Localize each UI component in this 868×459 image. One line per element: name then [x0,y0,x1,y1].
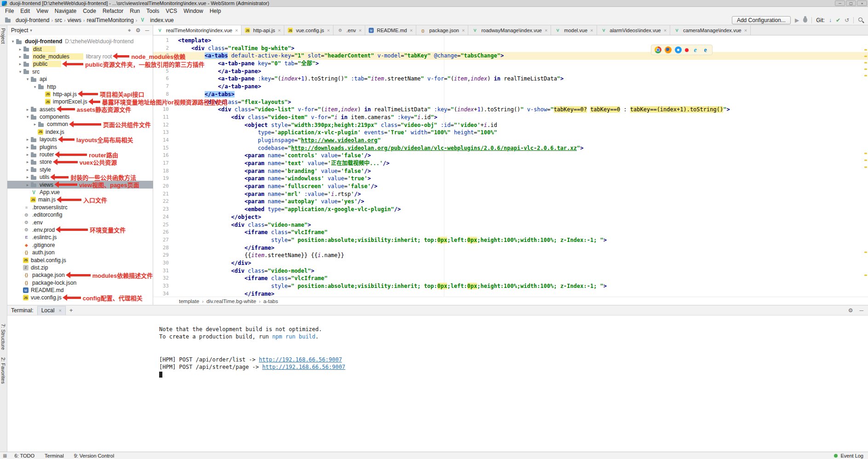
terminal-tab-local[interactable]: Local × [37,306,66,315]
menu-item-view[interactable]: View [33,8,52,14]
tree-item-api[interactable]: ▾api [7,75,153,83]
ie-icon[interactable]: e [692,46,699,53]
chrome-icon[interactable] [655,46,661,53]
close-icon[interactable]: × [744,28,747,33]
editor-tab[interactable]: VcameraManage\index.vue× [670,25,751,35]
editor-tab[interactable]: MREADME.md× [365,25,416,35]
run-icon[interactable]: ▶ [795,17,799,23]
minimize-button[interactable]: ─ [835,0,845,6]
close-icon[interactable]: × [235,28,238,33]
safari-icon[interactable] [675,46,682,53]
close-icon[interactable]: × [590,28,593,33]
breadcrumb-item[interactable]: views [68,17,81,23]
statusbar-item-terminal[interactable]: Terminal [45,453,64,459]
menu-item-navigate[interactable]: Navigate [52,8,80,14]
menu-item-edit[interactable]: Edit [17,8,33,14]
chevron-right-icon[interactable]: ▸ [25,137,30,142]
chevron-right-icon[interactable]: ▸ [25,152,30,157]
close-icon[interactable]: × [664,28,667,33]
tree-item-.gitignore[interactable]: ◆.gitignore [7,241,153,249]
tree-item-common[interactable]: ▸common页面公共组件文件 [7,120,153,128]
tree-item-plugins[interactable]: ▸plugins [7,143,153,150]
tree-item-index.js[interactable]: JSindex.js [7,128,153,136]
statusbar-item-todo[interactable]: 6: TODO [14,453,34,459]
editor-tab[interactable]: ValarmVideos\index.vue× [597,25,671,35]
tree-item-dist.zip[interactable]: Zdist.zip [7,264,153,271]
tool-button-structure[interactable]: 7: Structure [0,324,6,350]
tree-item-babel.config.js[interactable]: JSbabel.config.js [7,256,153,264]
breadcrumb-item[interactable]: realTimeMonitoring [86,17,133,23]
breadcrumb-item[interactable]: src [55,17,62,23]
terminal-output[interactable]: Note that the development build is not o… [7,316,868,452]
editor-tab[interactable]: {}package.json× [416,25,468,35]
tree-item-auth.json[interactable]: {}auth.json [7,249,153,256]
chevron-right-icon[interactable]: ▸ [25,160,30,164]
menu-item-refactor[interactable]: Refactor [99,8,126,14]
tree-item-http[interactable]: ▾http [7,83,153,90]
menu-item-run[interactable]: Run [126,8,143,14]
new-terminal-icon[interactable]: + [69,307,73,314]
tree-item-.editorconfig[interactable]: ⚙.editorconfig [7,211,153,218]
hide-panel-icon[interactable]: ─ [859,307,863,314]
tree-item-store[interactable]: ▸storevuex公共资源 [7,158,153,166]
chevron-right-icon[interactable]: ▸ [32,122,38,126]
error-stripe[interactable] [863,35,868,297]
menu-item-code[interactable]: Code [80,8,99,14]
git-rollback-icon[interactable]: ↺ [845,17,849,23]
event-log-button[interactable]: Event Log [840,453,863,459]
tree-item-package.json[interactable]: {}package.jsonmodules依赖描述文件 [7,271,153,279]
editor-tab[interactable]: JSvue.config.js× [284,25,333,35]
chevron-down-icon[interactable]: ▾ [17,69,23,74]
close-icon[interactable]: × [410,28,413,33]
tree-item-importexcel.js[interactable]: JSimportExcel.js暴露环境变量地址给图片or视频资源路径里使用 [7,98,153,105]
close-button[interactable]: × [857,0,867,6]
close-icon[interactable]: × [58,308,61,313]
tree-item-readme.md[interactable]: MREADME.md [7,287,153,294]
chevron-down-icon[interactable]: ▾ [25,77,30,81]
tree-item-.eslintrc.js[interactable]: E.eslintrc.js [7,234,153,241]
menu-item-window[interactable]: Window [180,8,207,14]
tool-button-project[interactable]: Project [0,28,6,44]
project-tree[interactable]: ▾duoji-frontendD:\zheheWeb\duoji-fronten… [7,35,153,302]
close-icon[interactable]: × [327,28,330,33]
tree-item-duoji-frontend[interactable]: ▾duoji-frontendD:\zheheWeb\duoji-fronten… [7,38,153,45]
chevron-down-icon[interactable]: ▾ [30,28,32,33]
breadcrumb-item[interactable]: div.realTime.bg-white [207,298,256,304]
close-icon[interactable]: × [462,28,465,33]
editor-tab[interactable]: JShttp-api.js× [241,25,284,35]
git-update-icon[interactable]: ↓ [829,17,832,23]
terminal-link[interactable]: http://192.168.66.56:9007 [262,364,345,370]
edge-icon[interactable]: e [702,46,709,53]
editor-surface[interactable]: 1<template>2 <div class="realTime bg-whi… [153,35,868,297]
tree-item-router[interactable]: ▸routerrouter路由 [7,151,153,158]
tree-item-vue.config.js[interactable]: JSvue.config.jsconfig配置、代理相关 [7,294,153,301]
tree-item-layouts[interactable]: ▸layoutslayouts全局布局相关 [7,136,153,143]
close-icon[interactable]: × [359,28,362,33]
tree-item-main.js[interactable]: JSmain.js入口文件 [7,196,153,203]
tree-item-app.vue[interactable]: VApp.vue [7,189,153,196]
chevron-right-icon[interactable]: ▸ [25,145,30,149]
gear-icon[interactable]: ⚙ [848,307,853,314]
tree-item-.browserslistrc[interactable]: ≡.browserslistrc [7,204,153,211]
statusbar-item-versioncontrol[interactable]: 9: Version Control [74,453,114,459]
editor-tab[interactable]: Vmodel.vue× [551,25,597,35]
tree-item-.env[interactable]: ⚙.env [7,218,153,226]
breadcrumb-item[interactable]: a-tabs [263,298,278,304]
debug-icon[interactable] [803,17,807,23]
tree-item-package-lock.json[interactable]: {}package-lock.json [7,279,153,287]
tree-item-public[interactable]: ▸publicpublic资源文件夹，一般放引用的第三方插件 [7,60,153,68]
chevron-right-icon[interactable]: ▸ [25,175,30,179]
search-everywhere-icon[interactable] [858,17,864,23]
project-panel-title[interactable]: Project [11,27,28,34]
maximize-button[interactable]: ▢ [846,0,856,6]
chevron-right-icon[interactable]: ▸ [17,47,23,52]
tree-item-views[interactable]: ▸viewsview视图、pages页面 [7,181,153,188]
tree-item-style[interactable]: ▸style [7,166,153,173]
editor-tab[interactable]: VroadwayManage\index.vue× [468,25,551,35]
tree-item-components[interactable]: ▾components [7,113,153,120]
menu-item-file[interactable]: File [2,8,17,14]
menu-item-tools[interactable]: Tools [143,8,162,14]
git-commit-icon[interactable]: ✔ [836,17,840,23]
menu-item-help[interactable]: Help [207,8,224,14]
tool-window-switcher-icon[interactable]: ▦ [3,453,7,458]
